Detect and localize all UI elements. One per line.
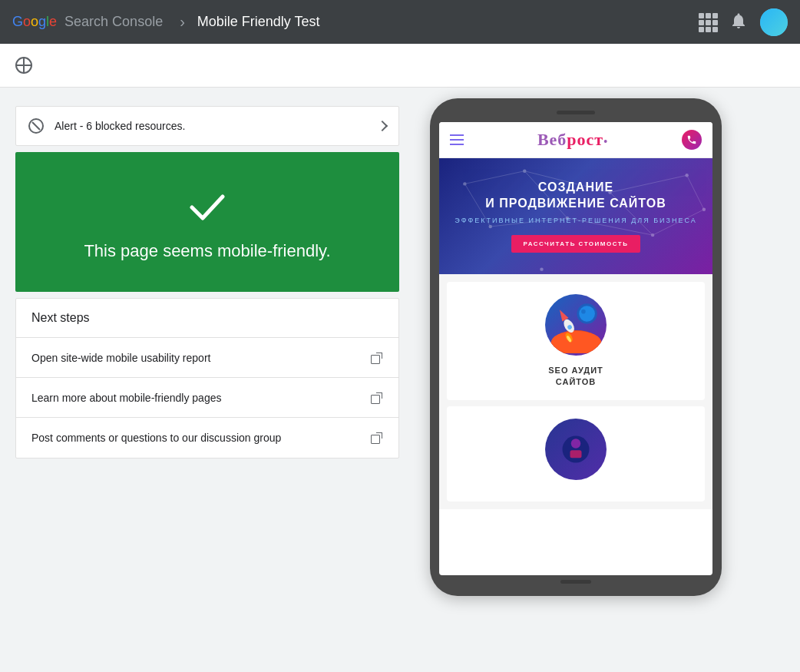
phone-cards: SEO АУДИТ САЙТОВ	[439, 274, 712, 510]
external-link-icon	[371, 352, 383, 364]
hero-title: СОЗДАНИЕИ ПРОДВИЖЕНИЕ САЙТОВ	[450, 180, 702, 212]
success-card: This page seems mobile-friendly.	[15, 152, 399, 292]
seo-card-icon	[545, 294, 607, 356]
list-item[interactable]: Post comments or questions to our discus…	[16, 418, 398, 458]
brand-section: Google Search Console	[12, 14, 167, 30]
header: Google Search Console › Mobile Friendly …	[0, 0, 800, 44]
chevron-right-icon	[377, 121, 388, 131]
notifications-icon[interactable]	[729, 12, 748, 33]
external-link-icon	[371, 392, 383, 404]
breadcrumb-separator: ›	[180, 13, 185, 31]
list-item[interactable]: Open site-wide mobile usability report	[16, 338, 398, 378]
google-logo: Google	[12, 14, 57, 30]
globe-icon[interactable]	[15, 57, 32, 74]
list-item[interactable]: Learn more about mobile-friendly pages	[16, 378, 398, 418]
phone-speaker	[557, 111, 595, 114]
svg-rect-33	[570, 451, 582, 458]
seo-card-title: SEO АУДИТ САЙТОВ	[548, 365, 603, 389]
user-avatar[interactable]	[760, 8, 788, 36]
phone-screen: Веброст•	[439, 122, 712, 575]
success-message: This page seems mobile-friendly.	[84, 241, 330, 261]
svg-point-22	[579, 306, 595, 322]
seo-card: SEO АУДИТ САЙТОВ	[447, 282, 705, 401]
list-item-label: Learn more about mobile-friendly pages	[31, 392, 221, 404]
alert-icon	[28, 118, 44, 134]
svg-point-32	[571, 439, 581, 449]
header-icons	[699, 8, 788, 36]
hamburger-menu-icon	[450, 134, 464, 145]
svg-point-9	[540, 267, 543, 270]
list-item-label: Open site-wide mobile usability report	[31, 352, 210, 364]
sub-header	[0, 44, 800, 88]
list-item-label: Post comments or questions to our discus…	[31, 432, 281, 444]
next-steps-heading: Next steps	[16, 299, 398, 338]
hero-subtitle: ЭФФЕКТИВНЫЕ ИНТЕРНЕТ-РЕШЕНИЯ ДЛЯ БИЗНЕСА	[450, 217, 702, 224]
next-steps-panel: Next steps Open site-wide mobile usabili…	[15, 298, 399, 458]
page-title: Mobile Friendly Test	[197, 14, 320, 30]
phone-mockup: Веброст•	[430, 98, 722, 596]
checkmark-icon	[184, 183, 230, 229]
dev-card-icon	[545, 419, 607, 480]
dev-card	[447, 406, 705, 502]
brand-logo: Веброст•	[537, 130, 608, 150]
svg-point-23	[581, 310, 586, 314]
left-panel: Alert - 6 blocked resources. This page s…	[15, 106, 399, 458]
phone-outer: Веброст•	[430, 98, 722, 596]
main-content: Alert - 6 blocked resources. This page s…	[0, 88, 800, 614]
brand-label: Search Console	[64, 14, 163, 30]
phone-hero: СОЗДАНИЕИ ПРОДВИЖЕНИЕ САЙТОВ ЭФФЕКТИВНЫЕ…	[439, 158, 712, 274]
alert-banner[interactable]: Alert - 6 blocked resources.	[15, 106, 399, 146]
phone-nav: Веброст•	[439, 122, 712, 158]
external-link-icon	[371, 432, 383, 444]
svg-point-25	[550, 331, 601, 353]
phone-icon	[682, 130, 702, 150]
phone-home-bar	[560, 580, 591, 584]
alert-text: Alert - 6 blocked resources.	[55, 120, 379, 132]
hero-button: РАССЧИТАТЬ СТОИМОСТЬ	[511, 235, 641, 253]
apps-icon[interactable]	[699, 13, 717, 31]
